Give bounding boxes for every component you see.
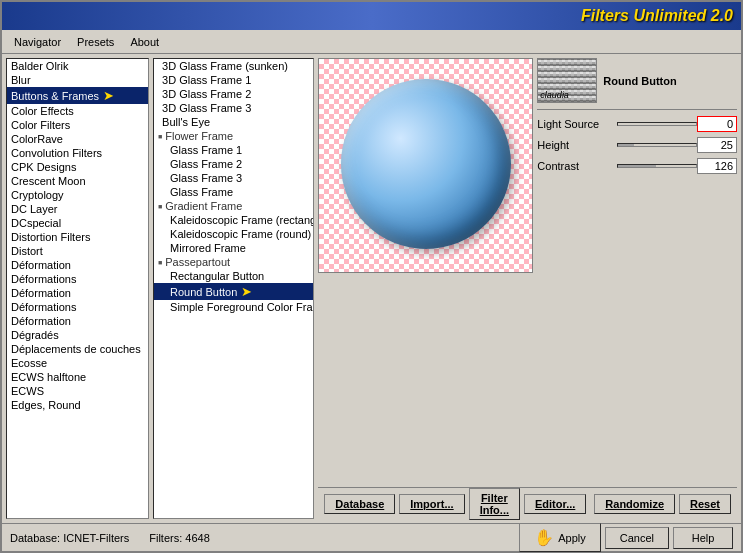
category-item[interactable]: Déformation (7, 314, 148, 328)
menu-presets[interactable]: Presets (69, 34, 122, 50)
category-item[interactable]: ColorRave (7, 132, 148, 146)
randomize-button[interactable]: Randomize (594, 494, 675, 514)
category-list[interactable]: Balder Olrik Blur Buttons & Frames ➤ Col… (6, 58, 149, 519)
status-bar: Database: ICNET-Filters Filters: 4648 ✋ … (2, 523, 741, 551)
filter-item-round-button[interactable]: Round Button ➤ (154, 283, 313, 300)
filter-group-header: Passepartout (154, 255, 313, 269)
param-value-light[interactable]: 0 (697, 116, 737, 132)
filter-item[interactable]: Glass Frame 1 (154, 143, 313, 157)
controls-panel: claudia Round Button Light Source (537, 58, 737, 487)
category-item[interactable]: Edges, Round (7, 398, 148, 412)
category-item[interactable]: Color Effects (7, 104, 148, 118)
filter-group-header: Flower Frame (154, 129, 313, 143)
param-label-height: Height (537, 139, 617, 151)
editor-button[interactable]: Editor... (524, 494, 586, 514)
category-item[interactable]: Ecosse (7, 356, 148, 370)
category-item[interactable]: Déplacements de couches (7, 342, 148, 356)
cancel-button[interactable]: Cancel (605, 527, 669, 549)
category-item[interactable]: Cryptology (7, 188, 148, 202)
param-slider-contrast[interactable] (617, 158, 697, 174)
filter-item[interactable]: 3D Glass Frame 2 (154, 87, 313, 101)
category-item[interactable]: Déformations (7, 272, 148, 286)
category-item[interactable]: CPK Designs (7, 160, 148, 174)
thumbnail-label: claudia (540, 90, 569, 100)
category-item[interactable]: Déformation (7, 286, 148, 300)
main-content: Balder Olrik Blur Buttons & Frames ➤ Col… (2, 54, 741, 523)
preview-circle (341, 79, 511, 249)
filter-item[interactable]: Kaleidoscopic Frame (rectangular) (154, 213, 313, 227)
category-item[interactable]: Distortion Filters (7, 230, 148, 244)
param-slider-height[interactable] (617, 137, 697, 153)
light-slider-track (617, 122, 697, 126)
category-item[interactable]: ECWS (7, 384, 148, 398)
category-item[interactable]: Dégradés (7, 328, 148, 342)
filter-item[interactable]: Rectangular Button (154, 269, 313, 283)
filter-item[interactable]: 3D Glass Frame (sunken) (154, 59, 313, 73)
category-item-buttons-frames[interactable]: Buttons & Frames ➤ (7, 87, 148, 104)
category-item[interactable]: Crescent Moon (7, 174, 148, 188)
param-label-contrast: Contrast (537, 160, 617, 172)
category-item[interactable]: Balder Olrik (7, 59, 148, 73)
thumbnail-preview: claudia (537, 58, 597, 103)
title-bar: Filters Unlimited 2.0 (2, 2, 741, 30)
filter-item[interactable]: Simple Foreground Color Frame (154, 300, 313, 314)
param-row-height: Height 25 (537, 137, 737, 153)
filter-item[interactable]: Mirrored Frame (154, 241, 313, 255)
status-database-value: ICNET-Filters (63, 532, 129, 544)
right-panel: claudia Round Button Light Source (318, 58, 737, 519)
separator (537, 109, 737, 110)
param-label-light: Light Source (537, 118, 617, 130)
filter-item[interactable]: 3D Glass Frame 1 (154, 73, 313, 87)
param-value-height[interactable]: 25 (697, 137, 737, 153)
status-database-label: Database: ICNET-Filters (10, 532, 129, 544)
filter-item[interactable]: Bull's Eye (154, 115, 313, 129)
preview-canvas (318, 58, 533, 273)
category-item[interactable]: ECWS halftone (7, 370, 148, 384)
filter-item[interactable]: 3D Glass Frame 3 (154, 101, 313, 115)
category-item[interactable]: Blur (7, 73, 148, 87)
toolbar: Database Import... Filter Info... Editor… (318, 487, 737, 519)
main-window: Filters Unlimited 2.0 Navigator Presets … (0, 0, 743, 553)
category-item[interactable]: Distort (7, 244, 148, 258)
filter-item[interactable]: Kaleidoscopic Frame (round) (154, 227, 313, 241)
param-slider-light[interactable] (617, 116, 697, 132)
apply-button[interactable]: ✋ Apply (519, 523, 601, 552)
filter-name-display: Round Button (603, 75, 676, 87)
action-buttons: ✋ Apply Cancel Help (519, 523, 733, 552)
contrast-slider-track (617, 164, 697, 168)
menu-about[interactable]: About (122, 34, 167, 50)
category-item[interactable]: Color Filters (7, 118, 148, 132)
category-item[interactable]: DC Layer (7, 202, 148, 216)
thumbnail-area: claudia Round Button (537, 58, 737, 103)
filter-item[interactable]: Glass Frame 3 (154, 171, 313, 185)
filter-item[interactable]: Glass Frame 2 (154, 157, 313, 171)
filter-group-header: Gradient Frame (154, 199, 313, 213)
help-button[interactable]: Help (673, 527, 733, 549)
height-slider-track (617, 143, 697, 147)
database-button[interactable]: Database (324, 494, 395, 514)
filter-list[interactable]: 3D Glass Frame (sunken) 3D Glass Frame 1… (153, 58, 314, 519)
status-filters-value: 4648 (185, 532, 209, 544)
param-value-contrast[interactable]: 126 (697, 158, 737, 174)
filter-item[interactable]: Glass Frame (154, 185, 313, 199)
status-filters-label: Filters: 4648 (149, 532, 210, 544)
param-row-light: Light Source 0 (537, 116, 737, 132)
category-item[interactable]: DCspecial (7, 216, 148, 230)
menu-bar: Navigator Presets About (2, 30, 741, 54)
preview-area: claudia Round Button Light Source (318, 58, 737, 487)
app-title: Filters Unlimited 2.0 (581, 7, 733, 25)
import-button[interactable]: Import... (399, 494, 464, 514)
category-item[interactable]: Déformation (7, 258, 148, 272)
reset-button[interactable]: Reset (679, 494, 731, 514)
param-row-contrast: Contrast 126 (537, 158, 737, 174)
menu-navigator[interactable]: Navigator (6, 34, 69, 50)
category-item[interactable]: Convolution Filters (7, 146, 148, 160)
filter-info-button[interactable]: Filter Info... (469, 488, 520, 520)
category-item[interactable]: Déformations (7, 300, 148, 314)
